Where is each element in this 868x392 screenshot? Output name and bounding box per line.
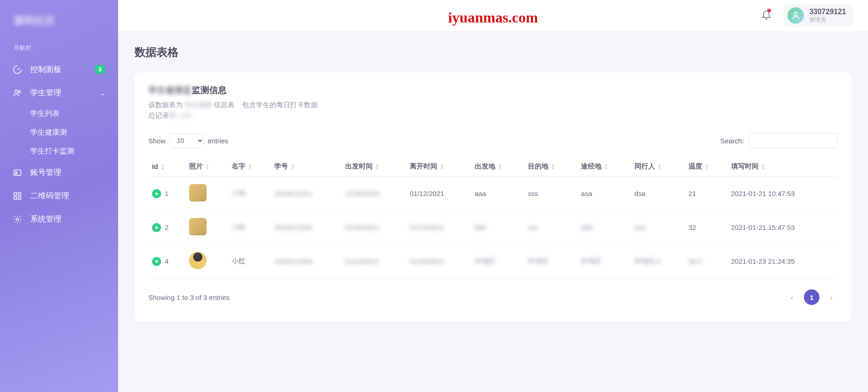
sort-icon: ▲▼ [291, 163, 294, 170]
svg-rect-7 [18, 196, 21, 199]
card-subtitle2: 总记录数: 123 [148, 111, 838, 120]
sort-icon: ▲▼ [161, 164, 164, 170]
sidebar-item-dashboard[interactable]: 控制面板 3 [0, 58, 118, 81]
row-avatar-icon [189, 252, 206, 269]
svg-rect-5 [18, 192, 21, 195]
expand-button[interactable]: + [152, 223, 161, 232]
sidebar-item-label: 二维码管理 [30, 191, 69, 201]
entries-label: entries [208, 137, 228, 145]
sidebar-badge: 3 [95, 65, 105, 74]
col-depart[interactable]: 出发时间▲▼ [342, 157, 406, 177]
entries-select[interactable]: 10 [169, 133, 204, 148]
sidebar: 源码社区 导航栏 控制面板 3 学生管理 ⌄ 学生列表 学生健康测 学生打卡监测… [0, 0, 118, 392]
sort-icon: ▲▼ [248, 163, 252, 170]
nav-section-label: 导航栏 [0, 41, 118, 58]
svg-point-1 [18, 91, 21, 93]
table-row: +1 小明 2018212201 12/30/2020 01/12/2021 a… [148, 177, 838, 211]
sort-icon: ▲▼ [604, 163, 608, 170]
col-id[interactable]: Id▲▼ [148, 157, 185, 177]
prev-page-button[interactable]: ‹ [786, 291, 798, 304]
sort-icon: ▲▼ [551, 163, 555, 170]
brand-logo: 源码社区 [0, 9, 118, 41]
col-temp[interactable]: 温度▲▼ [685, 157, 727, 177]
svg-rect-4 [14, 192, 17, 195]
show-label: Show [148, 137, 166, 145]
search-label: Search: [720, 137, 744, 145]
sidebar-item-label: 控制面板 [30, 64, 61, 75]
col-time[interactable]: 填写时间▲▼ [727, 157, 838, 177]
col-via[interactable]: 途经地▲▼ [577, 157, 630, 177]
avatar [787, 7, 804, 24]
search-input[interactable] [749, 133, 838, 148]
card-subtitle: 该数据表为 学生健康 信息表 包含学生的每日打卡数据 [148, 101, 838, 109]
sidebar-submenu: 学生列表 学生健康测 学生打卡监测 [0, 104, 118, 161]
svg-point-8 [16, 218, 19, 220]
table-footer: Showing 1 to 3 of 3 entries ‹ 1 › [148, 289, 838, 305]
main-area: iyuanmas.com 330729121 管理员 数据表格 学生健康监监测信… [118, 0, 868, 392]
table-row: +4 小红 2018212204 01/14/2021 01/20/2021 外… [148, 245, 838, 278]
topbar: iyuanmas.com 330729121 管理员 [118, 0, 868, 31]
sidebar-item-label: 账号管理 [30, 167, 61, 178]
users-icon [13, 88, 23, 98]
sort-icon: ▲▼ [761, 163, 765, 170]
card-title: 学生健康监监测信息 [148, 84, 838, 96]
col-leave[interactable]: 离开时间▲▼ [406, 157, 471, 177]
user-role: 管理员 [809, 16, 846, 24]
watermark-text: iyuanmas.com [448, 9, 538, 26]
gauge-icon [13, 65, 23, 74]
sort-icon: ▲▼ [498, 163, 502, 170]
notification-dot-icon [767, 9, 771, 12]
sidebar-item-label: 系统管理 [30, 214, 61, 224]
col-name[interactable]: 名字▲▼ [228, 157, 271, 177]
gear-icon [13, 215, 23, 224]
svg-rect-6 [14, 196, 17, 199]
col-to[interactable]: 目的地▲▼ [524, 157, 577, 177]
user-id: 330729121 [809, 8, 846, 16]
chevron-down-icon: ⌄ [100, 89, 105, 97]
sort-icon: ▲▼ [658, 163, 662, 170]
id-card-icon [13, 168, 23, 177]
svg-point-0 [15, 90, 18, 93]
row-avatar-icon [189, 218, 206, 235]
row-avatar-icon [189, 184, 206, 201]
search-box: Search: [720, 133, 838, 148]
table-row: +2 小刚 2018212202 01/05/2021 01/15/2021 b… [148, 211, 838, 245]
pagination: ‹ 1 › [786, 289, 838, 305]
sort-icon: ▲▼ [375, 163, 379, 170]
sidebar-item-label: 学生管理 [30, 87, 61, 98]
next-page-button[interactable]: › [825, 291, 838, 304]
content: 数据表格 学生健康监监测信息 该数据表为 学生健康 信息表 包含学生的每日打卡数… [118, 31, 868, 392]
sidebar-subitem-checkin[interactable]: 学生打卡监测 [30, 142, 118, 161]
sidebar-subitem-health[interactable]: 学生健康测 [30, 123, 118, 142]
col-from[interactable]: 出发地▲▼ [471, 157, 524, 177]
grid-icon [13, 191, 23, 201]
entries-selector: Show 10 entries [148, 133, 228, 148]
data-table: Id▲▼ 照片▲▼ 名字▲▼ 学号▲▼ 出发时间▲▼ 离开时间▲▼ 出发地▲▼ … [148, 157, 838, 278]
svg-point-9 [794, 12, 797, 16]
col-photo[interactable]: 照片▲▼ [185, 157, 228, 177]
sidebar-item-students[interactable]: 学生管理 ⌄ [0, 81, 118, 104]
user-menu[interactable]: 330729121 管理员 [784, 5, 853, 27]
col-sno[interactable]: 学号▲▼ [271, 157, 341, 177]
sort-icon: ▲▼ [440, 163, 444, 170]
sort-icon: ▲▼ [705, 163, 709, 170]
sidebar-item-account[interactable]: 账号管理 [0, 161, 118, 184]
sidebar-item-qrcode[interactable]: 二维码管理 [0, 184, 118, 207]
col-with[interactable]: 同行人▲▼ [631, 157, 685, 177]
data-card: 学生健康监监测信息 该数据表为 学生健康 信息表 包含学生的每日打卡数据 总记录… [135, 72, 852, 321]
expand-button[interactable]: + [152, 189, 161, 198]
page-number-button[interactable]: 1 [804, 289, 819, 305]
notifications-button[interactable] [761, 9, 772, 22]
sort-icon: ▲▼ [206, 163, 209, 170]
sidebar-subitem-student-list[interactable]: 学生列表 [30, 104, 118, 123]
sidebar-item-system[interactable]: 系统管理 [0, 207, 118, 231]
svg-point-3 [16, 171, 17, 173]
table-controls: Show 10 entries Search: [148, 133, 838, 148]
expand-button[interactable]: + [152, 257, 161, 266]
page-title: 数据表格 [135, 45, 852, 60]
entries-info: Showing 1 to 3 of 3 entries [148, 294, 230, 301]
